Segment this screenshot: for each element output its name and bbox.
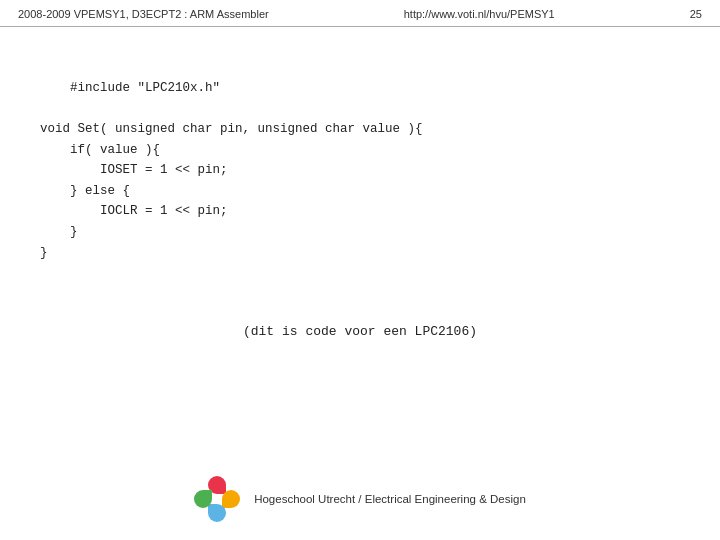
logo-petal-orange: [222, 490, 240, 508]
code-line-5: IOSET = 1 << pin;: [40, 163, 228, 177]
code-line-9: }: [40, 246, 48, 260]
code-line-8: }: [40, 225, 78, 239]
main-content: #include "LPC210x.h" void Set( unsigned …: [0, 27, 720, 359]
header: 2008-2009 VPEMSY1, D3ECPT2 : ARM Assembl…: [0, 0, 720, 27]
caption: (dit is code voor een LPC2106): [40, 324, 680, 339]
code-line-7: IOCLR = 1 << pin;: [40, 204, 228, 218]
logo-icon: [194, 476, 240, 522]
page-number: 25: [690, 8, 702, 20]
code-line-3: void Set( unsigned char pin, unsigned ch…: [40, 122, 423, 136]
footer-text: Hogeschool Utrecht / Electrical Engineer…: [254, 493, 526, 505]
code-line-1: #include "LPC210x.h": [70, 81, 220, 95]
footer: Hogeschool Utrecht / Electrical Engineer…: [0, 476, 720, 522]
code-line-6: } else {: [40, 184, 130, 198]
code-block: #include "LPC210x.h" void Set( unsigned …: [40, 57, 680, 284]
header-left: 2008-2009 VPEMSY1, D3ECPT2 : ARM Assembl…: [18, 8, 269, 20]
logo-petal-blue: [208, 504, 226, 522]
code-line-4: if( value ){: [40, 143, 160, 157]
header-center: http://www.voti.nl/hvu/PEMSY1: [404, 8, 555, 20]
